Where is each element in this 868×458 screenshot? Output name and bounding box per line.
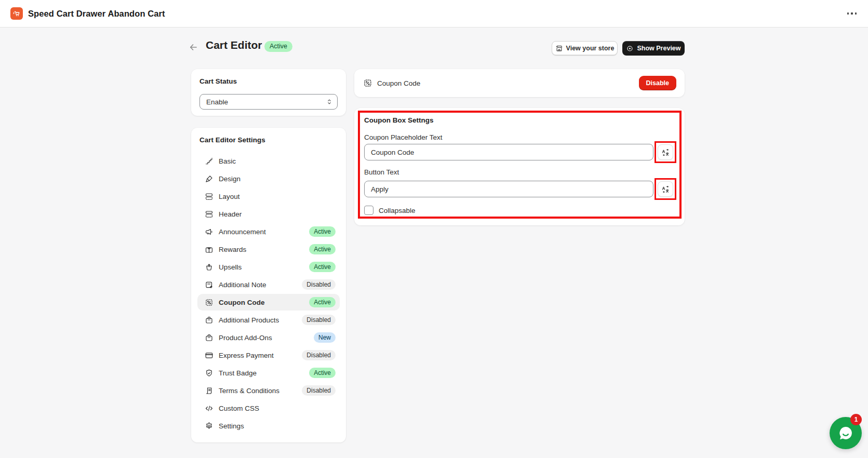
sidebar-item-badge: Active <box>309 368 336 378</box>
sidebar-list: Basic Design Layout Header Announcement … <box>197 153 340 435</box>
code-icon <box>205 404 213 413</box>
sidebar-item-badge: Disabled <box>302 350 336 360</box>
sidebar-item-terms-conditions[interactable]: Terms & Conditions Disabled <box>197 382 340 399</box>
translate-icon <box>661 185 670 194</box>
annotation-rect-coupon-box <box>358 111 682 219</box>
header-icon <box>205 210 213 219</box>
product-box-icon <box>205 333 213 342</box>
sidebar-item-header[interactable]: Header <box>197 206 340 222</box>
coupon-box-settings-card: Coupon Box Settngs Coupon Placeholder Te… <box>354 108 685 225</box>
cart-status-select-value: Enable <box>206 98 228 106</box>
cart-status-title: Cart Status <box>199 77 338 85</box>
topbar: Speed Cart Drawer Abandon Cart <box>0 0 868 28</box>
chat-bubble-icon <box>836 424 855 442</box>
show-preview-label: Show Preview <box>637 45 680 52</box>
sidebar-item-additional-products[interactable]: Additional Products Disabled <box>197 312 340 328</box>
sidebar-item-express-payment[interactable]: Express Payment Disabled <box>197 347 340 363</box>
sidebar-item-design[interactable]: Design <box>197 170 340 187</box>
button-text-label: Button Text <box>364 168 399 176</box>
paintbrush-icon <box>205 174 213 183</box>
button-text-input[interactable] <box>364 181 653 197</box>
translate-button-placeholder[interactable] <box>658 144 673 160</box>
sidebar-item-badge: Active <box>309 297 336 307</box>
coupon-placeholder-label: Coupon Placeholder Text <box>364 133 443 141</box>
coupon-settings-title: Coupon Box Settngs <box>364 116 434 124</box>
collapsable-checkbox[interactable] <box>364 206 373 215</box>
disable-button[interactable]: Disable <box>639 76 676 90</box>
coupon-panel-title: Coupon Code <box>377 79 420 87</box>
sidebar-item-coupon-code[interactable]: Coupon Code Active <box>197 294 340 311</box>
sidebar-item-custom-css[interactable]: Custom CSS <box>197 400 340 416</box>
sidebar-item-product-add-ons[interactable]: Product Add-Ons New <box>197 329 340 346</box>
sidebar-item-badge: Active <box>309 226 336 237</box>
coupon-code-panel-header: Coupon Code Disable <box>354 69 685 97</box>
sidebar-title: Cart Editor Settings <box>197 136 340 144</box>
cart-status-card: Cart Status Enable <box>191 69 346 116</box>
store-icon <box>555 45 563 52</box>
sidebar-item-upsells[interactable]: Upsells Active <box>197 259 340 275</box>
sidebar-item-layout[interactable]: Layout <box>197 188 340 205</box>
megaphone-icon <box>205 227 213 236</box>
eye-icon <box>626 45 634 52</box>
sidebar-item-trust-badge[interactable]: Trust Badge Active <box>197 365 340 381</box>
terms-icon <box>205 386 213 395</box>
chat-unread-badge: 1 <box>850 414 862 425</box>
coupon-icon <box>363 78 372 88</box>
sidebar-item-basic[interactable]: Basic <box>197 153 340 169</box>
status-badge: Active <box>264 41 292 52</box>
sidebar-item-badge: Disabled <box>302 279 336 290</box>
note-plus-icon <box>205 280 213 289</box>
app-logo-cart-icon <box>10 7 23 20</box>
view-store-label: View your store <box>566 45 615 52</box>
cart-editor-settings-card: Cart Editor Settings Basic Design Layout… <box>191 128 346 442</box>
collapsable-row: Collapsable <box>364 206 416 215</box>
translate-button-button-text[interactable] <box>658 181 673 197</box>
gift-icon <box>205 245 213 254</box>
product-box-icon <box>205 316 213 325</box>
sidebar-item-badge: Disabled <box>302 315 336 325</box>
stairs-icon <box>205 157 213 166</box>
coupon-icon <box>205 298 213 307</box>
layout-rows-icon <box>205 192 213 201</box>
cart-up-icon <box>205 263 213 272</box>
translate-icon <box>661 148 670 157</box>
more-menu-icon[interactable] <box>846 8 858 19</box>
coupon-placeholder-input[interactable] <box>364 144 653 160</box>
sidebar-item-badge: Disabled <box>302 385 336 396</box>
sidebar-item-additional-note[interactable]: Additional Note Disabled <box>197 276 340 293</box>
view-store-button[interactable]: View your store <box>552 41 618 56</box>
sidebar-item-badge: Active <box>309 244 336 254</box>
sidebar-item-settings[interactable]: Settings <box>197 417 340 434</box>
cart-status-select[interactable]: Enable <box>199 94 338 110</box>
app-title: Speed Cart Drawer Abandon Cart <box>28 9 165 19</box>
credit-card-icon <box>205 351 213 360</box>
sidebar-item-badge: Active <box>309 262 336 272</box>
back-arrow-icon <box>188 42 198 52</box>
show-preview-button[interactable]: Show Preview <box>622 41 685 56</box>
back-button[interactable] <box>186 40 201 55</box>
sidebar-item-badge: New <box>314 332 336 343</box>
select-stepper-icon <box>326 98 333 105</box>
collapsable-label: Collapsable <box>379 207 416 214</box>
sidebar-item-rewards[interactable]: Rewards Active <box>197 241 340 258</box>
page-title: Cart Editor <box>206 39 262 51</box>
gear-icon <box>205 422 213 430</box>
shield-check-icon <box>205 369 213 378</box>
sidebar-item-announcement[interactable]: Announcement Active <box>197 223 340 240</box>
